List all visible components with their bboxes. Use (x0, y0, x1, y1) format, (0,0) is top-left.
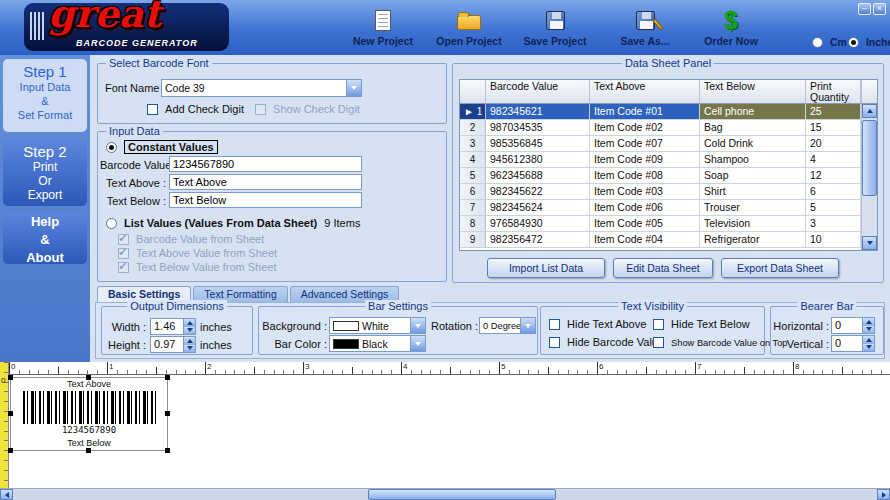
cell-text-above[interactable]: Item Code #01 (590, 104, 700, 120)
column-header-print-quantity[interactable]: Print Quantity (806, 80, 861, 104)
column-header-barcode-value[interactable]: Barcode Value (486, 80, 590, 104)
table-row[interactable]: 3 985356845 Item Code #07 Cold Drink 20 (460, 136, 877, 152)
dropdown-button[interactable] (410, 318, 425, 333)
cm-radio[interactable] (812, 37, 823, 48)
dropdown-button[interactable] (520, 318, 535, 333)
cell-text-above[interactable]: Item Code #05 (590, 216, 700, 232)
row-header[interactable]: 5 (460, 168, 486, 184)
table-row[interactable]: 6 982345622 Item Code #03 Shirt 6 (460, 184, 877, 200)
row-header[interactable]: 6 (460, 184, 486, 200)
spinner-buttons[interactable] (862, 336, 874, 351)
unit-radio-cm[interactable]: Cm (812, 36, 847, 48)
row-header[interactable]: 2 (460, 120, 486, 136)
barcode-preview[interactable]: Text Above 1234567890 Text Below (10, 377, 168, 451)
cell-barcode-value[interactable]: 985356845 (486, 136, 590, 152)
cell-barcode-value[interactable]: 945612380 (486, 152, 590, 168)
cell-text-above[interactable]: Item Code #06 (590, 200, 700, 216)
sidebar-help[interactable]: Help & About (3, 212, 87, 264)
column-header-text-above[interactable]: Text Above (590, 80, 700, 104)
scroll-down-button[interactable] (862, 236, 877, 250)
cell-text-below[interactable]: Bag (700, 120, 806, 136)
sidebar-step2[interactable]: Step 2 Print Or Export (3, 140, 87, 206)
cell-barcode-value[interactable]: 987034535 (486, 120, 590, 136)
add-check-digit-checkbox[interactable]: Add Check Digit (147, 103, 244, 115)
table-row[interactable]: 4 945612380 Item Code #09 Shampoo 4 (460, 152, 877, 168)
cell-print-quantity[interactable]: 4 (806, 152, 861, 168)
row-header[interactable]: 9 (460, 232, 486, 248)
resize-handle[interactable] (8, 375, 13, 380)
column-header-text-below[interactable]: Text Below (700, 80, 806, 104)
row-header[interactable]: 7 (460, 200, 486, 216)
font-name-combo[interactable]: Code 39 (161, 79, 362, 97)
row-header[interactable]: 4 (460, 152, 486, 168)
cell-text-below[interactable]: Soap (700, 168, 806, 184)
cell-print-quantity[interactable]: 10 (806, 232, 861, 248)
hide-text-above-checkbox[interactable]: Hide Text Above (549, 318, 646, 330)
width-spinner[interactable]: 1.46 (150, 318, 196, 335)
resize-handle[interactable] (165, 411, 170, 416)
edit-data-sheet-button[interactable]: Edit Data Sheet (613, 258, 713, 278)
show-barcode-on-top-checkbox[interactable]: Show Barcode Value on Top (653, 336, 788, 348)
open-project-button[interactable]: Open Project (426, 7, 512, 47)
cell-text-below[interactable]: Shirt (700, 184, 806, 200)
cell-barcode-value[interactable]: 976584930 (486, 216, 590, 232)
resize-handle[interactable] (86, 448, 91, 453)
cell-text-below[interactable]: Refrigerator (700, 232, 806, 248)
resize-handle[interactable] (8, 411, 13, 416)
spinner-buttons[interactable] (862, 318, 874, 333)
cell-text-above[interactable]: Item Code #03 (590, 184, 700, 200)
row-header[interactable]: 8 (460, 216, 486, 232)
horizontal-spinner[interactable]: 0 (831, 317, 875, 334)
cell-print-quantity[interactable]: 25 (806, 104, 861, 120)
bar-color-combo[interactable]: Black (329, 335, 426, 352)
resize-handle[interactable] (165, 448, 170, 453)
unit-radio-inches[interactable]: Inches (848, 36, 890, 48)
spinner-buttons[interactable] (183, 319, 195, 334)
text-above-input[interactable] (169, 174, 362, 190)
dropdown-button[interactable] (410, 336, 425, 351)
hide-barcode-value-checkbox[interactable]: Hide Barcode Value (549, 336, 664, 348)
cell-barcode-value[interactable]: 982356472 (486, 232, 590, 248)
row-header[interactable]: 3 (460, 136, 486, 152)
text-below-input[interactable] (169, 192, 362, 208)
cell-barcode-value[interactable]: 982345622 (486, 184, 590, 200)
table-vertical-scrollbar[interactable] (861, 104, 877, 250)
spinner-buttons[interactable] (183, 337, 195, 352)
background-combo[interactable]: White (329, 317, 426, 334)
table-corner-cell[interactable] (460, 80, 486, 104)
table-row[interactable]: 2 987034535 Item Code #02 Bag 15 (460, 120, 877, 136)
hide-text-below-checkbox[interactable]: Hide Text Below (653, 318, 750, 330)
table-row[interactable]: 7 982345624 Item Code #06 Trouser 5 (460, 200, 877, 216)
table-row[interactable]: ► 1 982345621 Item Code #01 Cell phone 2… (460, 104, 877, 120)
cell-text-below[interactable]: Television (700, 216, 806, 232)
cell-print-quantity[interactable]: 3 (806, 216, 861, 232)
cell-barcode-value[interactable]: 982345621 (486, 104, 590, 120)
data-sheet-table[interactable]: Barcode Value Text Above Text Below Prin… (459, 79, 878, 251)
cell-print-quantity[interactable]: 15 (806, 120, 861, 136)
cell-print-quantity[interactable]: 6 (806, 184, 861, 200)
cell-print-quantity[interactable]: 12 (806, 168, 861, 184)
dropdown-button[interactable] (346, 80, 361, 96)
new-project-button[interactable]: New Project (340, 7, 426, 47)
cell-text-above[interactable]: Item Code #09 (590, 152, 700, 168)
close-button[interactable]: × (873, 3, 886, 15)
table-row[interactable]: 9 982356472 Item Code #04 Refrigerator 1… (460, 232, 877, 248)
minimize-button[interactable]: – (858, 3, 871, 15)
cell-print-quantity[interactable]: 20 (806, 136, 861, 152)
save-as-button[interactable]: Save As... (602, 7, 688, 47)
cell-barcode-value[interactable]: 982345624 (486, 200, 590, 216)
cell-text-above[interactable]: Item Code #08 (590, 168, 700, 184)
table-row[interactable]: 8 976584930 Item Code #05 Television 3 (460, 216, 877, 232)
scroll-up-button[interactable] (862, 104, 877, 118)
list-values-radio[interactable]: List Values (Values From Data Sheet) 9 I… (106, 217, 360, 229)
save-project-button[interactable]: Save Project (512, 7, 598, 47)
canvas-horizontal-scrollbar[interactable] (0, 488, 890, 500)
scrollbar-thumb[interactable] (368, 489, 556, 500)
cell-barcode-value[interactable]: 962345688 (486, 168, 590, 184)
export-data-sheet-button[interactable]: Export Data Sheet (721, 258, 839, 278)
vertical-spinner[interactable]: 0 (831, 335, 875, 352)
constant-values-radio[interactable]: Constant Values (106, 141, 218, 153)
row-header[interactable]: ► 1 (460, 104, 486, 120)
scroll-left-button[interactable] (0, 489, 13, 500)
resize-handle[interactable] (165, 375, 170, 380)
